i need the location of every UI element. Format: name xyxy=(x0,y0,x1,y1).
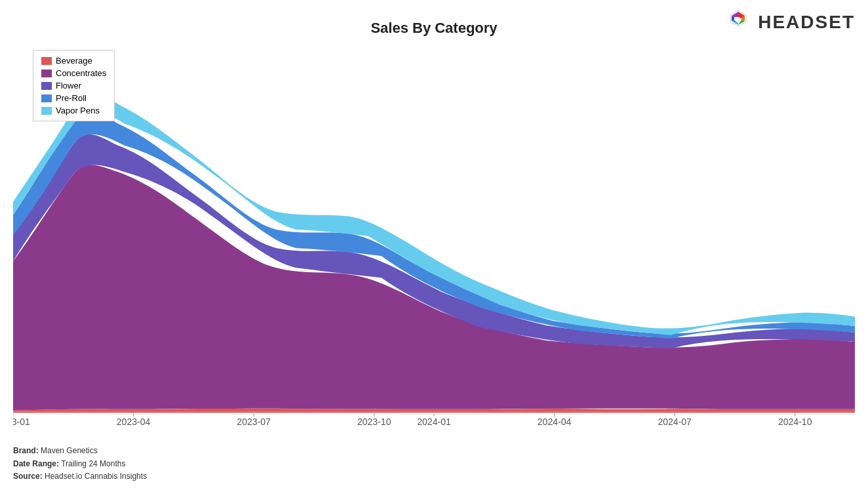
svg-text:2024-04: 2024-04 xyxy=(538,417,572,426)
legend-item-concentrates: Concentrates xyxy=(41,68,106,78)
footer-brand: Brand: Maven Genetics xyxy=(13,445,147,457)
chart-legend: Beverage Concentrates Flower Pre-Roll Va… xyxy=(33,50,115,121)
legend-item-flower: Flower xyxy=(41,81,106,91)
headset-logo-icon xyxy=(724,8,753,37)
svg-text:2023-04: 2023-04 xyxy=(117,417,151,426)
svg-text:2023-07: 2023-07 xyxy=(237,417,271,426)
svg-text:2024-07: 2024-07 xyxy=(658,417,692,426)
chart-footer: Brand: Maven Genetics Date Range: Traili… xyxy=(13,445,147,483)
legend-swatch-preroll xyxy=(41,94,52,102)
logo-text: HEADSET xyxy=(758,12,855,33)
legend-item-preroll: Pre-Roll xyxy=(41,93,106,103)
svg-text:2024-01: 2024-01 xyxy=(417,417,451,426)
legend-item-vaporpens: Vapor Pens xyxy=(41,106,106,115)
legend-label-preroll: Pre-Roll xyxy=(56,93,87,103)
brand-label: Brand: xyxy=(13,446,39,455)
source-value: Headset.io Cannabis Insights xyxy=(45,472,147,481)
svg-text:2023-01: 2023-01 xyxy=(13,417,30,426)
chart-container: HEADSET Sales By Category Beverage Conce… xyxy=(0,0,868,488)
legend-label-beverage: Beverage xyxy=(56,56,92,66)
legend-swatch-beverage xyxy=(41,57,52,65)
chart-area: Beverage Concentrates Flower Pre-Roll Va… xyxy=(13,43,855,426)
legend-item-beverage: Beverage xyxy=(41,56,106,66)
date-range-value: Trailing 24 Months xyxy=(61,459,125,468)
footer-date-range: Date Range: Trailing 24 Months xyxy=(13,458,147,470)
legend-label-vaporpens: Vapor Pens xyxy=(56,106,100,115)
svg-text:2023-10: 2023-10 xyxy=(357,417,391,426)
header-logo: HEADSET xyxy=(724,8,855,37)
source-label: Source: xyxy=(13,472,43,481)
svg-text:2024-10: 2024-10 xyxy=(778,417,812,426)
area-chart-svg: 2023-01 2023-04 2023-07 2023-10 2024-01 … xyxy=(13,43,855,426)
legend-swatch-concentrates xyxy=(41,70,52,77)
area-concentrates xyxy=(13,165,855,411)
brand-value: Maven Genetics xyxy=(41,446,98,455)
legend-swatch-flower xyxy=(41,82,52,90)
legend-label-concentrates: Concentrates xyxy=(56,68,106,78)
legend-swatch-vaporpens xyxy=(41,107,52,115)
legend-label-flower: Flower xyxy=(56,81,81,91)
date-range-label: Date Range: xyxy=(13,459,59,468)
footer-source: Source: Headset.io Cannabis Insights xyxy=(13,470,147,483)
